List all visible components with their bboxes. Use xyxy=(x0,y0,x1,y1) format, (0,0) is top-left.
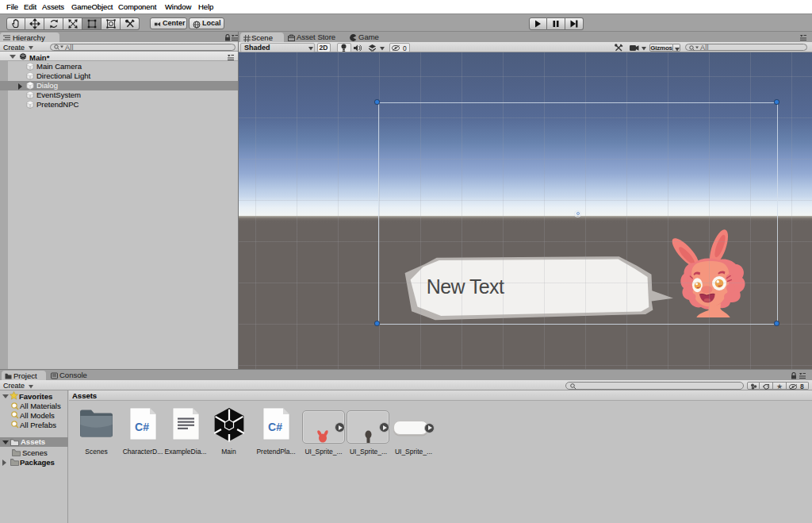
svg-text:C#: C# xyxy=(268,421,282,433)
svg-text:C#: C# xyxy=(135,421,149,433)
